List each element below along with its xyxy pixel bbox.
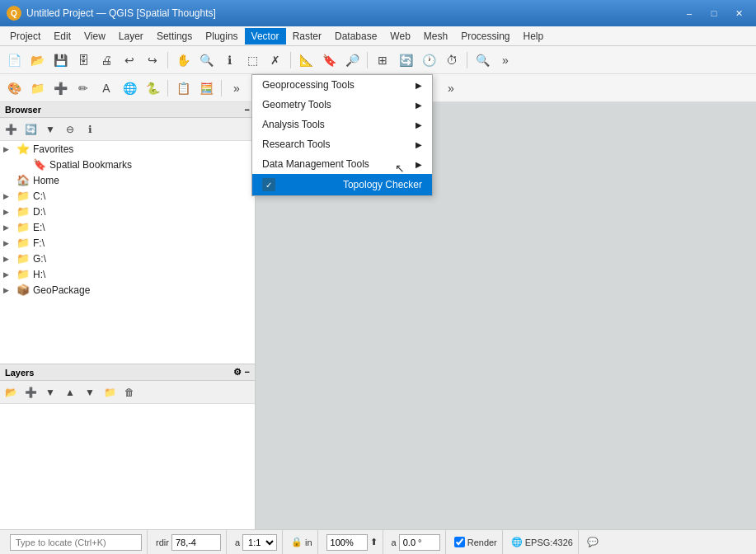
- zoom-search-btn[interactable]: 🔍: [472, 49, 493, 71]
- dropdown-research[interactable]: Research Tools ▶: [252, 134, 432, 154]
- scale-select[interactable]: 1:1: [242, 534, 277, 551]
- menu-edit[interactable]: Edit: [47, 28, 77, 45]
- render-checkbox[interactable]: [454, 537, 465, 547]
- tree-item-f[interactable]: ▶ 📁 F:\: [0, 235, 255, 251]
- render-label: Render: [467, 538, 497, 547]
- layers-group-btn[interactable]: 📁: [101, 383, 119, 401]
- more4-btn[interactable]: »: [440, 77, 462, 99]
- coord-input[interactable]: [171, 534, 221, 551]
- menu-plugins[interactable]: Plugins: [199, 28, 244, 45]
- tree-label-bookmarks: Spatial Bookmarks: [49, 159, 132, 171]
- minimize-button[interactable]: –: [679, 5, 700, 21]
- menu-layer[interactable]: Layer: [112, 28, 150, 45]
- menu-processing[interactable]: Processing: [454, 28, 516, 45]
- status-rotate-section: a: [387, 530, 446, 554]
- measure-btn[interactable]: 📐: [295, 49, 317, 71]
- tree-item-c[interactable]: ▶ 📁 C:\: [0, 188, 255, 204]
- label-btn[interactable]: A: [96, 77, 117, 99]
- tree-item-geopackage[interactable]: ▶ 📦 GeoPackage: [0, 282, 255, 298]
- dropdown-analysis[interactable]: Analysis Tools ▶: [252, 115, 432, 134]
- unit-label: in: [305, 538, 312, 547]
- browser-add-btn[interactable]: ➕: [2, 120, 20, 138]
- menu-database[interactable]: Database: [328, 28, 383, 45]
- tree-item-e[interactable]: ▶ 📁 E:\: [0, 219, 255, 235]
- identify-btn[interactable]: ℹ: [218, 49, 240, 71]
- menu-view[interactable]: View: [77, 28, 112, 45]
- research-arrow: ▶: [416, 140, 422, 149]
- browser-refresh-btn[interactable]: 🔄: [21, 120, 40, 138]
- more2-btn[interactable]: »: [226, 77, 247, 99]
- add-vector-btn[interactable]: ➕: [49, 77, 71, 99]
- layers-move-down-btn[interactable]: ▼: [81, 383, 99, 401]
- layers-collapse-icon[interactable]: −: [245, 367, 250, 378]
- select-btn[interactable]: ⬚: [242, 49, 263, 71]
- dropdown-topology[interactable]: ✓ Topology Checker: [252, 174, 432, 195]
- layer-style-btn[interactable]: 🎨: [3, 77, 25, 99]
- open-project-btn[interactable]: 📂: [26, 49, 48, 71]
- tree-item-g[interactable]: ▶ 📁 G:\: [0, 251, 255, 266]
- tree-toggle-h: ▶: [3, 270, 16, 279]
- zoom-in-btn[interactable]: 🔍: [195, 49, 217, 71]
- save-project-btn[interactable]: 💾: [49, 49, 71, 71]
- save-as-btn[interactable]: 🗄: [73, 49, 94, 71]
- extent-btn[interactable]: ⊞: [372, 49, 393, 71]
- dropdown-geoprocessing[interactable]: Geoprocessing Tools ▶: [252, 75, 432, 95]
- layers-remove-btn[interactable]: 🗑: [120, 383, 139, 401]
- menu-project[interactable]: Project: [3, 28, 47, 45]
- layers-move-up-btn[interactable]: ▲: [61, 383, 79, 401]
- deselect-btn[interactable]: ✗: [265, 49, 286, 71]
- browser-info-btn[interactable]: ℹ: [81, 120, 99, 138]
- message-icon[interactable]: 💬: [587, 537, 599, 547]
- bookmark-btn[interactable]: 🔖: [318, 49, 340, 71]
- animation-btn[interactable]: ⏱: [441, 49, 463, 71]
- refresh-btn[interactable]: 🔄: [395, 49, 416, 71]
- layers-settings-icon[interactable]: ⚙: [233, 367, 242, 378]
- wms-btn[interactable]: 🌐: [119, 77, 140, 99]
- clock-btn[interactable]: 🕐: [418, 49, 439, 71]
- tree-item-favorites[interactable]: ▶ ⭐ Favorites: [0, 141, 255, 157]
- browser-collapse-btn[interactable]: ⊖: [61, 120, 79, 138]
- magnification-input[interactable]: [326, 534, 368, 551]
- layers-add-btn[interactable]: ➕: [21, 383, 40, 401]
- dropdown-datamanagement[interactable]: Data Management Tools ▶: [252, 154, 432, 174]
- status-bar: rdir a 1:1 🔒 in ⬆ a Render 🌐 EPSG:4326 💬: [0, 529, 756, 554]
- rotation-input[interactable]: [399, 534, 440, 551]
- more-btn[interactable]: »: [495, 49, 516, 71]
- browser-collapse-icon[interactable]: −: [245, 105, 250, 115]
- open-layer-btn[interactable]: 📁: [26, 77, 48, 99]
- print-btn[interactable]: 🖨: [96, 49, 117, 71]
- layers-filter-btn[interactable]: ▼: [41, 383, 59, 401]
- redo-btn[interactable]: ↪: [142, 49, 163, 71]
- browser-filter-btn[interactable]: ▼: [41, 120, 59, 138]
- python-btn[interactable]: 🐍: [142, 77, 163, 99]
- menu-web[interactable]: Web: [383, 28, 416, 45]
- new-project-btn[interactable]: 📄: [3, 49, 25, 71]
- rotate-label: a: [392, 538, 397, 547]
- attr-table-btn[interactable]: 📋: [172, 77, 194, 99]
- browser-title: Browser: [5, 105, 41, 115]
- tree-item-bookmarks[interactable]: 🔖 Spatial Bookmarks: [0, 157, 255, 172]
- lock-icon[interactable]: 🔒: [291, 537, 303, 547]
- undo-btn[interactable]: ↩: [119, 49, 140, 71]
- locate-btn[interactable]: 🔎: [341, 49, 363, 71]
- pan-btn[interactable]: ✋: [172, 49, 194, 71]
- analysis-arrow: ▶: [416, 120, 422, 129]
- menu-raster[interactable]: Raster: [286, 28, 328, 45]
- menu-mesh[interactable]: Mesh: [417, 28, 454, 45]
- layers-open-btn[interactable]: 📂: [2, 383, 20, 401]
- dropdown-geometry[interactable]: Geometry Tools ▶: [252, 95, 432, 115]
- menu-help[interactable]: Help: [517, 28, 551, 45]
- epsg-label[interactable]: EPSG:4326: [525, 538, 573, 547]
- locate-input[interactable]: [10, 534, 142, 551]
- field-calc-btn[interactable]: 🧮: [195, 77, 217, 99]
- tree-item-d[interactable]: ▶ 📁 D:\: [0, 204, 255, 219]
- maximize-button[interactable]: □: [703, 5, 725, 21]
- close-button[interactable]: ✕: [728, 5, 749, 21]
- tree-item-h[interactable]: ▶ 📁 H:\: [0, 266, 255, 282]
- tree-item-home[interactable]: 🏠 Home: [0, 172, 255, 188]
- digitize-btn[interactable]: ✏: [73, 77, 94, 99]
- mag-stepper[interactable]: ⬆: [370, 537, 378, 547]
- menu-vector[interactable]: Vector: [245, 28, 286, 45]
- menu-settings[interactable]: Settings: [150, 28, 199, 45]
- drive-g-icon: 📁: [16, 252, 30, 265]
